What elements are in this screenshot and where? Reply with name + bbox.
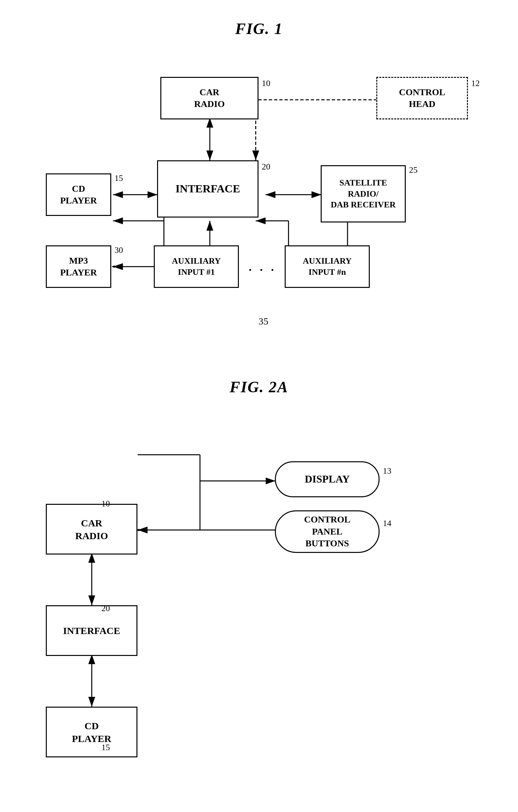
car-radio-ref: 10 xyxy=(262,79,270,88)
fig1-diagram: CAR RADIO 10 CONTROL HEAD 12 INTERFACE 2… xyxy=(26,57,492,352)
cd-player-ref: 15 xyxy=(115,173,123,183)
car-radio-box: CAR RADIO xyxy=(160,77,259,119)
mp3-player-ref: 30 xyxy=(115,245,123,255)
page: FIG. 1 xyxy=(0,0,518,812)
interface-ref: 20 xyxy=(262,162,270,172)
fig2a-interface-box: INTERFACE xyxy=(46,605,138,656)
ellipsis: . . . xyxy=(249,260,277,274)
fig2a-section: FIG. 2A xyxy=(26,378,492,775)
aux-input-n-box: AUXILIARY INPUT #n xyxy=(285,245,370,288)
cd-player-box: CD PLAYER xyxy=(46,173,111,216)
satellite-radio-box: SATELLITE RADIO/ DAB RECEIVER xyxy=(321,165,406,223)
control-head-box: CONTROL HEAD xyxy=(376,77,468,119)
fig2a-control-panel-ref: 14 xyxy=(383,519,391,528)
svg-marker-12 xyxy=(112,265,115,268)
fig1-title: FIG. 1 xyxy=(26,20,492,38)
fig2a-interface-ref: 20 xyxy=(102,604,110,613)
fig2a-display-ref: 13 xyxy=(383,466,391,476)
fig2a-cd-player-ref: 15 xyxy=(102,743,110,752)
mp3-player-box: MP3 PLAYER xyxy=(46,245,111,288)
fig2a-car-radio-box: CAR RADIO xyxy=(46,504,138,554)
fig2a-car-radio-ref: 10 xyxy=(102,499,110,509)
fig2a-diagram: CAR RADIO 10 INTERFACE 20 CD PLAYER 15 D… xyxy=(26,415,492,775)
fig2a-display-box: DISPLAY xyxy=(275,461,380,497)
fig2a-control-panel-box: CONTROL PANEL BUTTONS xyxy=(275,510,380,553)
fig2a-title: FIG. 2A xyxy=(26,378,492,396)
brace-ref: 35 xyxy=(259,316,268,327)
satellite-radio-ref: 25 xyxy=(409,165,418,175)
control-head-ref: 12 xyxy=(471,79,480,88)
aux-input-1-box: AUXILIARY INPUT #1 xyxy=(154,245,239,288)
fig1-section: FIG. 1 xyxy=(26,20,492,352)
interface-box: INTERFACE xyxy=(157,160,259,218)
fig2a-cd-player-box: CD PLAYER xyxy=(46,707,138,757)
